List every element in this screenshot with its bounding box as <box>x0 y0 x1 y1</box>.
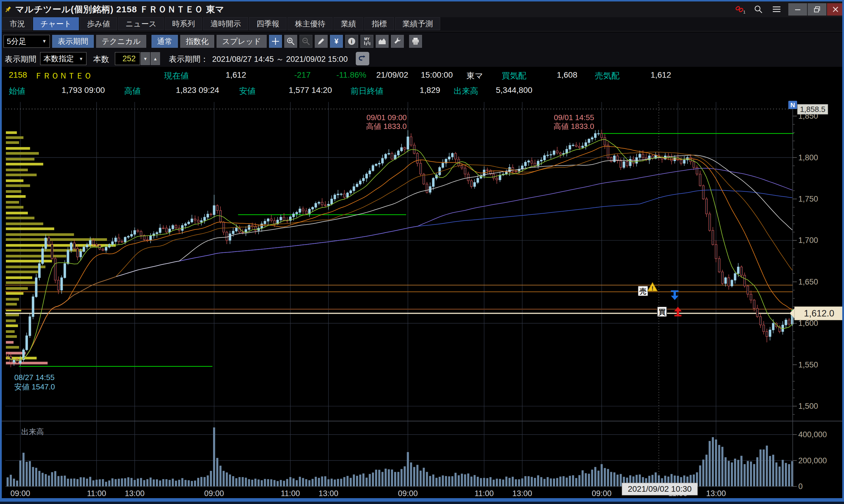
open-value: 1,793 09:00 <box>61 86 105 95</box>
ask-value: 1,612 <box>636 70 671 80</box>
reset-range-button[interactable] <box>356 52 369 65</box>
window-frame-right <box>842 0 844 504</box>
toolbar-button-テクニカル[interactable]: テクニカル <box>96 35 146 48</box>
minimize-button[interactable] <box>788 3 807 16</box>
count-label: 本数 <box>93 54 109 65</box>
ma-20 <box>7 146 792 360</box>
prev-close-label: 前日終値 <box>351 86 383 97</box>
svg-text:MY: MY <box>364 37 370 41</box>
info-icon[interactable]: i <box>345 35 358 48</box>
svg-text:¥: ¥ <box>335 37 339 45</box>
svg-text:高値 1833.0: 高値 1833.0 <box>554 122 594 131</box>
ask-label: 売気配 <box>595 70 619 82</box>
tab-市況[interactable]: 市況 <box>2 17 32 30</box>
warning-icon: ! <box>648 283 658 291</box>
wrench-icon[interactable] <box>391 35 404 48</box>
window-frame-bottom-edge <box>0 502 844 504</box>
chevron-down-icon: ▼ <box>79 56 83 61</box>
svg-text:200,000: 200,000 <box>798 456 827 465</box>
period-mode-select[interactable]: 本数指定 ▼ <box>40 52 87 65</box>
menu-icon[interactable] <box>770 3 783 15</box>
tab-業績[interactable]: 業績 <box>334 17 363 30</box>
app-window: マルチツール(個別銘柄) 2158 ＦＲＯＮＴＥＯ 東マ 1 <box>0 0 844 504</box>
my-chart-icon[interactable]: MY <box>360 35 373 48</box>
svg-text:11:00: 11:00 <box>87 489 106 498</box>
tab-時系列[interactable]: 時系列 <box>165 17 202 30</box>
ma-35 <box>7 152 792 360</box>
tab-歩み値[interactable]: 歩み値 <box>80 17 118 30</box>
interval-value: 5分足 <box>7 36 26 47</box>
current-price: 1,612 <box>211 70 246 80</box>
sell-order-marker[interactable]: 売 <box>638 286 648 296</box>
svg-text:i: i <box>351 38 352 44</box>
chart-area[interactable]: 売!買09/01 09:00高値 1833.009/01 14:55高値 183… <box>0 98 844 502</box>
svg-text:売: 売 <box>640 287 646 295</box>
tab-bar: 市況チャート歩み値ニュース時系列適時開示四季報株主優待業績指標業績予測 <box>0 17 844 32</box>
close-button[interactable] <box>827 3 844 16</box>
stock-name: ＦＲＯＮＴＥＯ <box>35 70 92 82</box>
reference-lines <box>5 109 794 366</box>
yen-icon[interactable]: ¥ <box>330 35 343 48</box>
prev-close-value: 1,829 <box>420 86 440 95</box>
toolbar-buttons: 表示期間テクニカル通常指数化スプレッド <box>50 35 267 48</box>
price-change-pct: -11.86% <box>325 70 366 80</box>
svg-text:高値 1833.0: 高値 1833.0 <box>366 122 407 131</box>
pushpin-icon <box>4 5 12 13</box>
pencil-icon[interactable] <box>315 35 328 48</box>
search-icon[interactable] <box>752 3 765 15</box>
count-input[interactable]: 252 <box>115 52 140 65</box>
current-price-callout: 1,612.0 <box>790 306 843 320</box>
bid-value: 1,608 <box>542 70 577 80</box>
tab-四季報[interactable]: 四季報 <box>249 17 287 30</box>
price-annotation: 09/01 14:55高値 1833.0 <box>554 113 594 131</box>
area-chart-icon[interactable] <box>376 35 389 48</box>
svg-text:買: 買 <box>658 308 666 316</box>
link-icon[interactable]: 1 <box>734 3 747 15</box>
svg-text:13:00: 13:00 <box>706 489 726 498</box>
period-mode-value: 本数指定 <box>43 54 74 64</box>
stock-code: 2158 <box>9 70 27 80</box>
svg-text:2021/09/02 10:30: 2021/09/02 10:30 <box>628 484 692 493</box>
toolbar-button-指数化[interactable]: 指数化 <box>180 35 214 48</box>
candlestick-chart[interactable]: 売!買09/01 09:00高値 1833.009/01 14:55高値 183… <box>0 98 844 502</box>
count-down-spinner[interactable]: ▼ <box>141 52 150 65</box>
volume-value: 5,344,800 <box>496 86 533 95</box>
interval-select[interactable]: 5分足 ▼ <box>3 35 50 48</box>
svg-text:1,800: 1,800 <box>798 153 818 162</box>
tab-指標[interactable]: 指標 <box>364 17 394 30</box>
high-value: 1,823 09:24 <box>176 86 219 95</box>
printer-icon[interactable] <box>409 35 422 48</box>
zoom-in-icon[interactable] <box>284 35 297 48</box>
tab-業績予測[interactable]: 業績予測 <box>395 17 440 30</box>
window-frame-left <box>0 0 2 504</box>
tab-株主優待[interactable]: 株主優待 <box>287 17 333 30</box>
price-label: 現在値 <box>164 70 189 82</box>
tab-ニュース[interactable]: ニュース <box>118 17 164 30</box>
svg-text:09/01 09:00: 09/01 09:00 <box>366 113 407 122</box>
svg-text:1,858.5: 1,858.5 <box>800 105 826 114</box>
crosshair-icon[interactable] <box>269 35 282 48</box>
restore-button[interactable] <box>808 3 826 16</box>
price-change: -217 <box>279 70 311 80</box>
ma-130 <box>7 168 792 360</box>
range-value: 2021/08/27 14:45 ～ 2021/09/02 15:00 <box>212 54 347 65</box>
ma-55 <box>7 155 792 360</box>
svg-text:N: N <box>790 102 795 109</box>
tab-チャート[interactable]: チャート <box>33 17 79 30</box>
titlebar: マルチツール(個別銘柄) 2158 ＦＲＯＮＴＥＯ 東マ 1 <box>0 0 844 17</box>
toolbar-button-通常[interactable]: 通常 <box>151 35 178 48</box>
moving-average-lines <box>7 140 792 360</box>
ohlc-row: 始値 1,793 09:00 高値 1,823 09:24 安値 1,577 1… <box>0 84 844 99</box>
toolbar-button-スプレッド[interactable]: スプレッド <box>217 35 267 48</box>
svg-text:1,500: 1,500 <box>798 402 818 411</box>
trade-markers[interactable]: 売!買 <box>638 283 682 317</box>
toolbar-button-表示期間[interactable]: 表示期間 <box>52 35 94 48</box>
svg-text:11:00: 11:00 <box>281 489 300 498</box>
svg-text:1,750: 1,750 <box>798 195 818 203</box>
count-up-spinner[interactable]: ▲ <box>151 52 160 65</box>
quote-date: 21/09/02 <box>376 70 408 80</box>
tab-適時開示[interactable]: 適時開示 <box>203 17 248 30</box>
quote-row: 2158 ＦＲＯＮＴＥＯ 現在値 1,612 -217 -11.86% 21/0… <box>0 67 844 84</box>
svg-text:09:00: 09:00 <box>204 489 224 498</box>
sell-signal-arrow-icon <box>671 290 678 300</box>
